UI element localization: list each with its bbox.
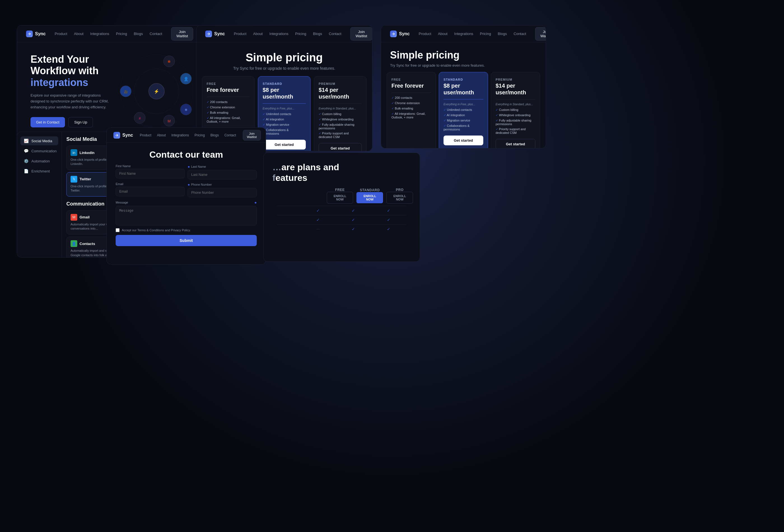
integrations-hero-card: Sync Product About Integrations Pricing … (17, 25, 202, 140)
join-waitlist-btn-2[interactable]: Join Waitlist (350, 27, 372, 40)
features-title-block: …are plans and features (263, 153, 420, 186)
table-row: ✓ ✓ ✓ (277, 215, 406, 224)
join-waitlist-p2[interactable]: Join Waitlist (535, 27, 546, 40)
sidebar-label-enrichment: Enrichment (31, 169, 50, 173)
sidebar-label-communication: Communication (31, 149, 57, 153)
pricing2-premium: PREMIUM $14 per user/month Everything in… (491, 72, 540, 148)
twitter-logo: 𝕏 (71, 176, 77, 183)
enroll-free-col: FREE ENROLL NOW (327, 188, 353, 203)
nav-contact-p2[interactable]: Contact (513, 32, 526, 36)
lastname-input[interactable] (188, 170, 257, 179)
features-comparison-card: …are plans and features FREE ENROLL NOW … (263, 152, 420, 262)
form-group-email: Email (116, 182, 185, 197)
nav-pricing[interactable]: Pricing (116, 32, 127, 36)
gmail-name: Gmail (80, 215, 90, 219)
contact-nav-blogs[interactable]: Blogs (210, 133, 219, 137)
svg-text:❄: ❄ (185, 108, 188, 112)
logo[interactable]: Sync (26, 30, 46, 37)
features-table-wrap: ✓ ✓ ✓ ✓ ✓ ✓ — ✓ ✓ (263, 206, 420, 238)
sidebar-item-enrichment[interactable]: 📄 Enrichment (21, 167, 58, 175)
gmail-logo: M (71, 214, 77, 221)
logo-icon-pricing2 (390, 30, 397, 37)
svg-text:#: # (139, 116, 141, 120)
join-waitlist-btn[interactable]: Join Waitlist (171, 27, 193, 40)
check-standard-2: ✓ (352, 218, 355, 222)
pricing2-plans: FREE Free forever 200 contacts Chrome ex… (381, 72, 546, 148)
get-started-premium-btn[interactable]: Get started (319, 143, 362, 151)
nav-pricing-2[interactable]: Pricing (295, 32, 306, 36)
nav-about[interactable]: About (74, 32, 83, 36)
sidebar-item-social-media[interactable]: 📈 Social Media (21, 136, 58, 145)
sign-up-btn[interactable]: Sign Up (68, 117, 93, 128)
form-group-message: Message ● (116, 200, 257, 225)
sidebar-item-automation[interactable]: ⚙️ Automation (21, 157, 58, 166)
check-free-2: ✓ (316, 218, 320, 222)
hero-description: Explore our expansive range of integrati… (30, 93, 114, 110)
pricing2-standard: STANDARD $8 per user/month Everything in… (439, 72, 488, 148)
nav-links-2: Product About Integrations Pricing Blogs… (234, 32, 341, 36)
email-input[interactable] (116, 187, 185, 196)
col-standard-label: STANDARD (357, 188, 383, 192)
plan-price-free: Free forever (207, 86, 250, 93)
nav-blogs-2[interactable]: Blogs (313, 32, 322, 36)
automation-icon: ⚙️ (24, 159, 29, 163)
contact-nav-product[interactable]: Product (140, 133, 151, 137)
brand-name-2: Sync (214, 31, 225, 36)
get-in-contact-btn[interactable]: Get in Contact (30, 117, 65, 128)
pricing2-subheading: Try Sync for free or upgrade to enable e… (390, 63, 537, 67)
nav-integrations[interactable]: Integrations (90, 32, 109, 36)
brand-name-contact: Sync (122, 133, 133, 138)
contact-nav-links: Product About Integrations Pricing Blogs… (140, 133, 236, 137)
sidebar-item-communication[interactable]: 💬 Communication (21, 146, 58, 156)
logo-contact[interactable]: Sync (113, 132, 133, 139)
logo-2[interactable]: Sync (205, 30, 225, 37)
get-started-standard-btn[interactable]: Get started (263, 140, 306, 149)
table-row: ✓ ✓ ✓ (277, 206, 406, 215)
pricing2-heading: Simple pricing (390, 49, 537, 61)
navbar-integrations: Sync Product About Integrations Pricing … (17, 26, 201, 42)
nav-product[interactable]: Product (55, 32, 67, 36)
nav-product-2[interactable]: Product (234, 32, 246, 36)
contact-nav-about[interactable]: About (157, 133, 166, 137)
submit-btn[interactable]: Submit (116, 235, 257, 246)
enroll-standard-btn[interactable]: ENROLL NOW (357, 192, 383, 203)
hero-body: Extend Your Workflow with integrations E… (17, 42, 201, 140)
svg-text:❄: ❄ (167, 59, 171, 64)
get-started-p2-premium[interactable]: Get started (496, 139, 535, 148)
brand-name-pricing2: Sync (399, 31, 410, 36)
social-media-icon: 📈 (24, 139, 29, 143)
nav-blogs-p2[interactable]: Blogs (498, 32, 507, 36)
nav-contact[interactable]: Contact (149, 32, 162, 36)
svg-text:👤: 👤 (184, 77, 189, 82)
nav-integrations-p2[interactable]: Integrations (454, 32, 473, 36)
nav-links: Product About Integrations Pricing Blogs… (55, 32, 162, 36)
contacts-logo: 👤 (71, 240, 77, 247)
nav-product-p2[interactable]: Product (419, 32, 431, 36)
nav-blogs[interactable]: Blogs (134, 32, 143, 36)
firstname-input[interactable] (116, 169, 185, 178)
check-free-1: ✓ (316, 208, 320, 213)
col-free-label: FREE (327, 188, 353, 192)
communication-icon: 💬 (24, 149, 29, 153)
nav-about-2[interactable]: About (253, 32, 263, 36)
features-main-title: …are plans and features (263, 153, 420, 186)
join-waitlist-contact-btn[interactable]: Join Waitlist (243, 130, 261, 141)
terms-row: Accept our Terms & Conditions and Privac… (116, 228, 257, 232)
nav-integrations-2[interactable]: Integrations (269, 32, 288, 36)
nav-pricing-p2[interactable]: Pricing (480, 32, 491, 36)
contact-nav-pricing[interactable]: Pricing (195, 133, 205, 137)
message-textarea[interactable] (116, 206, 257, 225)
contact-nav-contact[interactable]: Contact (224, 133, 236, 137)
nav-contact-2[interactable]: Contact (329, 32, 341, 36)
enroll-pro-btn[interactable]: ENROLL NOW (386, 192, 413, 203)
logo-pricing2[interactable]: Sync (390, 30, 410, 37)
contact-nav-integrations[interactable]: Integrations (171, 133, 189, 137)
terms-checkbox[interactable] (116, 228, 119, 232)
get-started-p2-standard[interactable]: Get started (444, 136, 483, 145)
enroll-standard-col: STANDARD ENROLL NOW (357, 188, 383, 203)
plan-features-premium: Everything in Standard, plus... Custom b… (319, 107, 362, 139)
plan-features-standard: Everything in Free, plus... Unlimited co… (263, 107, 306, 135)
enroll-free-btn[interactable]: ENROLL NOW (327, 192, 353, 203)
nav-about-p2[interactable]: About (438, 32, 447, 36)
phone-input[interactable] (188, 188, 257, 197)
